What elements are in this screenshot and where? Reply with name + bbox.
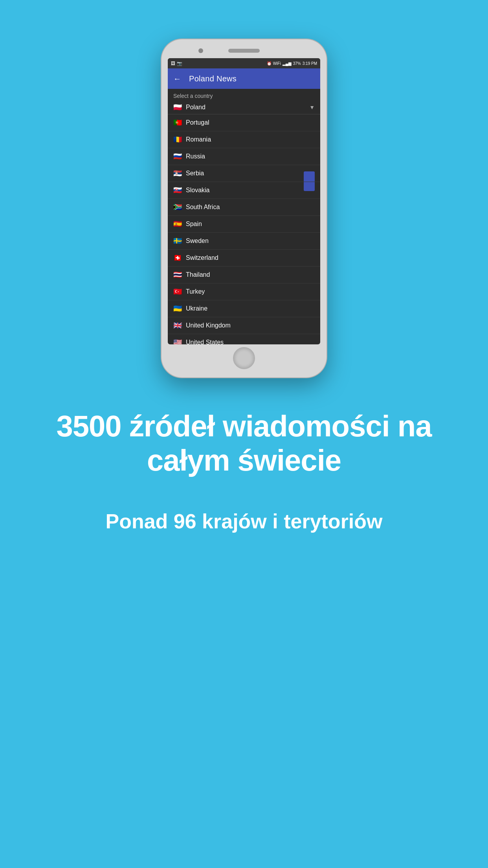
app-title: Poland News: [189, 74, 237, 83]
country-flag: 🇷🇸: [173, 169, 182, 178]
phone-top-bar: [167, 45, 321, 57]
country-name: Serbia: [186, 170, 204, 177]
country-flag: 🇨🇭: [173, 254, 182, 262]
status-icons-left: 🖼 📷: [171, 61, 182, 66]
country-flag: 🇸🇰: [173, 186, 182, 195]
list-item[interactable]: 🇷🇴Romania: [168, 131, 320, 148]
country-dropdown[interactable]: 🇵🇱 Poland ▼: [168, 101, 320, 114]
country-name: United States: [186, 339, 224, 344]
list-item[interactable]: 🇪🇸Spain: [168, 216, 320, 233]
country-flag: 🇺🇸: [173, 338, 182, 344]
country-name: Turkey: [186, 288, 205, 295]
phone-bottom: [167, 344, 321, 372]
country-name: Romania: [186, 136, 211, 143]
list-item[interactable]: 🇨🇭Switzerland: [168, 250, 320, 267]
phone-mockup: 🖼 📷 ⏰ WiFi ▂▄▆ 37% 3:19 PM ← Poland News…: [161, 39, 327, 377]
country-flag: 🇿🇦: [173, 203, 182, 211]
country-name: Spain: [186, 221, 202, 228]
status-bar: 🖼 📷 ⏰ WiFi ▂▄▆ 37% 3:19 PM: [168, 58, 320, 68]
selected-flag: 🇵🇱: [173, 103, 182, 112]
home-button[interactable]: [233, 347, 255, 369]
list-item[interactable]: 🇺🇸United States: [168, 334, 320, 344]
country-flag: 🇪🇸: [173, 220, 182, 228]
clock: 3:19 PM: [303, 61, 317, 66]
phone-frame: 🖼 📷 ⏰ WiFi ▂▄▆ 37% 3:19 PM ← Poland News…: [161, 39, 327, 377]
list-item[interactable]: 🇹🇷Turkey: [168, 283, 320, 300]
country-flag: 🇸🇪: [173, 237, 182, 245]
list-item[interactable]: 🇬🇧United Kingdom: [168, 317, 320, 334]
signal-icon: ▂▄▆: [283, 61, 292, 66]
status-icon-camera: 📷: [177, 61, 182, 66]
country-list: 🇵🇹Portugal🇷🇴Romania🇷🇺Russia🇷🇸Serbia🇸🇰Slo…: [168, 114, 320, 344]
list-item[interactable]: 🇹🇭Thailand: [168, 267, 320, 283]
country-flag: 🇷🇴: [173, 135, 182, 144]
sub-headline: Ponad 96 krajów i terytoriów: [105, 509, 382, 533]
country-name: Portugal: [186, 119, 209, 126]
list-item[interactable]: 🇷🇺Russia: [168, 148, 320, 165]
country-name: Slovakia: [186, 187, 209, 194]
main-headline: 3500 źródeł wiadomości na całym świecie: [24, 409, 464, 478]
country-name: Switzerland: [186, 254, 218, 261]
country-name: Thailand: [186, 271, 210, 278]
country-flag: 🇷🇺: [173, 152, 182, 161]
status-right: ⏰ WiFi ▂▄▆ 37% 3:19 PM: [267, 61, 317, 66]
list-item[interactable]: 🇷🇸Serbia: [168, 165, 320, 182]
bottom-text-section: 3500 źródeł wiadomości na całym świecie …: [0, 409, 488, 533]
list-item[interactable]: 🇸🇪Sweden: [168, 233, 320, 250]
status-icon-image: 🖼: [171, 61, 175, 66]
country-name: Sweden: [186, 237, 209, 245]
list-item[interactable]: 🇵🇹Portugal: [168, 114, 320, 131]
back-button[interactable]: ←: [173, 74, 181, 83]
country-name: Russia: [186, 153, 205, 160]
battery-level: 37%: [293, 61, 301, 66]
dropdown-arrow-icon: ▼: [309, 104, 315, 110]
country-flag: 🇵🇹: [173, 118, 182, 127]
country-flag: 🇹🇷: [173, 287, 182, 296]
country-flag: 🇹🇭: [173, 270, 182, 279]
phone-speaker: [228, 49, 260, 53]
phone-screen: 🖼 📷 ⏰ WiFi ▂▄▆ 37% 3:19 PM ← Poland News…: [168, 58, 320, 344]
app-header: ← Poland News: [168, 68, 320, 89]
selected-country-name: Poland: [186, 104, 205, 111]
country-name: South Africa: [186, 204, 220, 211]
country-name: United Kingdom: [186, 322, 231, 329]
alarm-icon: ⏰: [267, 61, 272, 66]
country-flag: 🇺🇦: [173, 304, 182, 313]
list-item[interactable]: 🇿🇦South Africa: [168, 199, 320, 216]
phone-camera: [198, 48, 203, 53]
wifi-icon: WiFi: [273, 61, 281, 66]
list-item[interactable]: 🇸🇰Slovakia: [168, 182, 320, 199]
list-item[interactable]: 🇺🇦Ukraine: [168, 300, 320, 317]
country-flag: 🇬🇧: [173, 321, 182, 330]
select-label: Select a country: [168, 89, 320, 101]
country-name: Ukraine: [186, 305, 207, 312]
